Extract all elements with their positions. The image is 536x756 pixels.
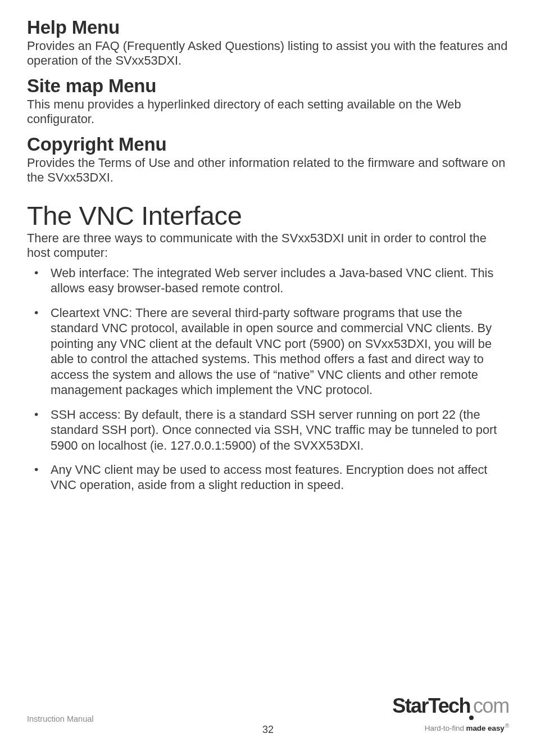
sitemap-menu-text: This menu provides a hyperlinked directo… [27,97,509,126]
tagline-pre: Hard-to-find [425,724,466,732]
copyright-menu-text: Provides the Terms of Use and other info… [27,156,509,184]
footer-page-number: 32 [262,724,274,736]
logo-tagline: Hard-to-find made easy® [392,723,509,732]
list-item: SSH access: By default, there is a stand… [27,407,509,453]
tagline-bold: made easy [466,724,505,732]
help-menu-text: Provides an FAQ (Frequently Asked Questi… [27,39,509,67]
page-footer: Instruction Manual 32 StarTechcom Hard-t… [27,693,509,732]
vnc-bullet-list: Web interface: The integrated Web server… [27,265,509,493]
copyright-menu-heading: Copyright Menu [27,134,509,155]
logo-text-thin: com [473,694,509,717]
startech-logo: StarTechcom Hard-to-find made easy® [392,696,509,732]
list-item: Any VNC client may be used to access mos… [27,462,509,493]
list-item: Cleartext VNC: There are several third-p… [27,305,509,398]
sitemap-menu-heading: Site map Menu [27,75,509,97]
logo-wordmark: StarTechcom [392,696,509,720]
registered-mark-icon: ® [505,723,509,729]
list-item: Web interface: The integrated Web server… [27,265,509,296]
vnc-intro-text: There are three ways to communicate with… [27,231,509,260]
help-menu-heading: Help Menu [27,17,509,38]
logo-text-bold: StarTech [392,694,470,717]
vnc-interface-heading: The VNC Interface [27,200,509,231]
footer-doc-type: Instruction Manual [27,714,93,723]
